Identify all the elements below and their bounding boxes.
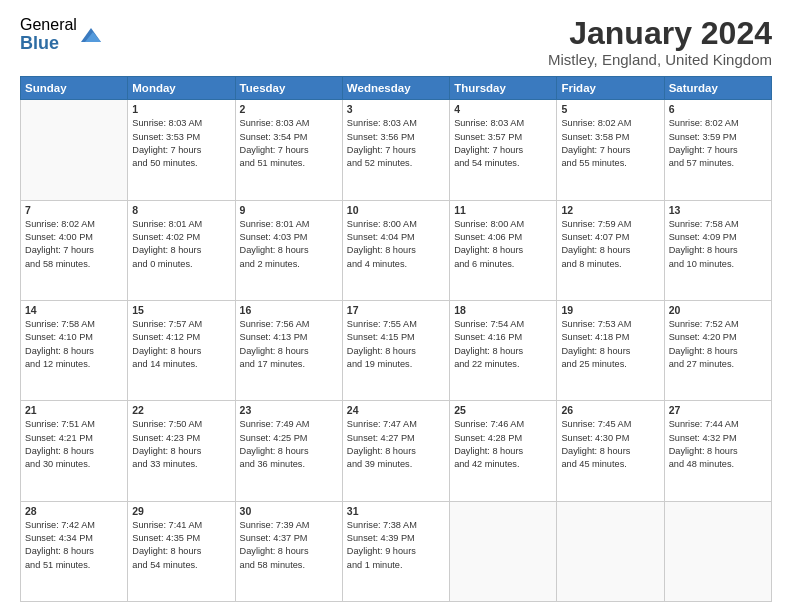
- day-info: Sunrise: 7:51 AMSunset: 4:21 PMDaylight:…: [25, 418, 123, 471]
- day-info: Sunrise: 7:49 AMSunset: 4:25 PMDaylight:…: [240, 418, 338, 471]
- day-info: Sunrise: 8:02 AMSunset: 3:59 PMDaylight:…: [669, 117, 767, 170]
- day-info: Sunrise: 7:41 AMSunset: 4:35 PMDaylight:…: [132, 519, 230, 572]
- day-number: 20: [669, 304, 767, 316]
- calendar-week-row: 14Sunrise: 7:58 AMSunset: 4:10 PMDayligh…: [21, 300, 772, 400]
- day-number: 24: [347, 404, 445, 416]
- day-number: 12: [561, 204, 659, 216]
- table-row: 8Sunrise: 8:01 AMSunset: 4:02 PMDaylight…: [128, 200, 235, 300]
- header-friday: Friday: [557, 77, 664, 100]
- day-number: 15: [132, 304, 230, 316]
- table-row: 13Sunrise: 7:58 AMSunset: 4:09 PMDayligh…: [664, 200, 771, 300]
- day-info: Sunrise: 7:52 AMSunset: 4:20 PMDaylight:…: [669, 318, 767, 371]
- day-number: 10: [347, 204, 445, 216]
- table-row: 5Sunrise: 8:02 AMSunset: 3:58 PMDaylight…: [557, 100, 664, 200]
- table-row: 15Sunrise: 7:57 AMSunset: 4:12 PMDayligh…: [128, 300, 235, 400]
- day-number: 17: [347, 304, 445, 316]
- table-row: 12Sunrise: 7:59 AMSunset: 4:07 PMDayligh…: [557, 200, 664, 300]
- logo-icon: [79, 24, 103, 48]
- day-number: 11: [454, 204, 552, 216]
- day-info: Sunrise: 8:02 AMSunset: 3:58 PMDaylight:…: [561, 117, 659, 170]
- table-row: [557, 501, 664, 601]
- day-info: Sunrise: 8:01 AMSunset: 4:02 PMDaylight:…: [132, 218, 230, 271]
- table-row: [21, 100, 128, 200]
- day-info: Sunrise: 7:42 AMSunset: 4:34 PMDaylight:…: [25, 519, 123, 572]
- table-row: [450, 501, 557, 601]
- location-title: Mistley, England, United Kingdom: [548, 51, 772, 68]
- table-row: [664, 501, 771, 601]
- title-block: January 2024 Mistley, England, United Ki…: [548, 16, 772, 68]
- day-number: 5: [561, 103, 659, 115]
- day-info: Sunrise: 7:39 AMSunset: 4:37 PMDaylight:…: [240, 519, 338, 572]
- day-info: Sunrise: 7:46 AMSunset: 4:28 PMDaylight:…: [454, 418, 552, 471]
- table-row: 22Sunrise: 7:50 AMSunset: 4:23 PMDayligh…: [128, 401, 235, 501]
- table-row: 3Sunrise: 8:03 AMSunset: 3:56 PMDaylight…: [342, 100, 449, 200]
- table-row: 26Sunrise: 7:45 AMSunset: 4:30 PMDayligh…: [557, 401, 664, 501]
- header-sunday: Sunday: [21, 77, 128, 100]
- header-saturday: Saturday: [664, 77, 771, 100]
- day-info: Sunrise: 7:54 AMSunset: 4:16 PMDaylight:…: [454, 318, 552, 371]
- day-number: 7: [25, 204, 123, 216]
- table-row: 24Sunrise: 7:47 AMSunset: 4:27 PMDayligh…: [342, 401, 449, 501]
- day-info: Sunrise: 7:47 AMSunset: 4:27 PMDaylight:…: [347, 418, 445, 471]
- day-number: 21: [25, 404, 123, 416]
- header-wednesday: Wednesday: [342, 77, 449, 100]
- day-info: Sunrise: 8:03 AMSunset: 3:54 PMDaylight:…: [240, 117, 338, 170]
- day-info: Sunrise: 7:57 AMSunset: 4:12 PMDaylight:…: [132, 318, 230, 371]
- day-number: 6: [669, 103, 767, 115]
- calendar-week-row: 21Sunrise: 7:51 AMSunset: 4:21 PMDayligh…: [21, 401, 772, 501]
- table-row: 18Sunrise: 7:54 AMSunset: 4:16 PMDayligh…: [450, 300, 557, 400]
- table-row: 6Sunrise: 8:02 AMSunset: 3:59 PMDaylight…: [664, 100, 771, 200]
- day-info: Sunrise: 7:45 AMSunset: 4:30 PMDaylight:…: [561, 418, 659, 471]
- calendar-table: Sunday Monday Tuesday Wednesday Thursday…: [20, 76, 772, 602]
- calendar-week-row: 28Sunrise: 7:42 AMSunset: 4:34 PMDayligh…: [21, 501, 772, 601]
- day-info: Sunrise: 7:56 AMSunset: 4:13 PMDaylight:…: [240, 318, 338, 371]
- table-row: 19Sunrise: 7:53 AMSunset: 4:18 PMDayligh…: [557, 300, 664, 400]
- day-number: 27: [669, 404, 767, 416]
- month-title: January 2024: [548, 16, 772, 51]
- table-row: 9Sunrise: 8:01 AMSunset: 4:03 PMDaylight…: [235, 200, 342, 300]
- day-number: 23: [240, 404, 338, 416]
- table-row: 21Sunrise: 7:51 AMSunset: 4:21 PMDayligh…: [21, 401, 128, 501]
- day-number: 31: [347, 505, 445, 517]
- day-number: 14: [25, 304, 123, 316]
- day-number: 28: [25, 505, 123, 517]
- table-row: 25Sunrise: 7:46 AMSunset: 4:28 PMDayligh…: [450, 401, 557, 501]
- day-number: 29: [132, 505, 230, 517]
- table-row: 27Sunrise: 7:44 AMSunset: 4:32 PMDayligh…: [664, 401, 771, 501]
- calendar-header-row: Sunday Monday Tuesday Wednesday Thursday…: [21, 77, 772, 100]
- day-number: 18: [454, 304, 552, 316]
- day-number: 3: [347, 103, 445, 115]
- day-info: Sunrise: 8:01 AMSunset: 4:03 PMDaylight:…: [240, 218, 338, 271]
- day-info: Sunrise: 7:50 AMSunset: 4:23 PMDaylight:…: [132, 418, 230, 471]
- table-row: 2Sunrise: 8:03 AMSunset: 3:54 PMDaylight…: [235, 100, 342, 200]
- day-number: 9: [240, 204, 338, 216]
- day-number: 8: [132, 204, 230, 216]
- table-row: 31Sunrise: 7:38 AMSunset: 4:39 PMDayligh…: [342, 501, 449, 601]
- day-number: 30: [240, 505, 338, 517]
- table-row: 17Sunrise: 7:55 AMSunset: 4:15 PMDayligh…: [342, 300, 449, 400]
- logo-general: General: [20, 16, 77, 34]
- table-row: 20Sunrise: 7:52 AMSunset: 4:20 PMDayligh…: [664, 300, 771, 400]
- table-row: 28Sunrise: 7:42 AMSunset: 4:34 PMDayligh…: [21, 501, 128, 601]
- table-row: 30Sunrise: 7:39 AMSunset: 4:37 PMDayligh…: [235, 501, 342, 601]
- day-info: Sunrise: 7:58 AMSunset: 4:09 PMDaylight:…: [669, 218, 767, 271]
- day-info: Sunrise: 7:55 AMSunset: 4:15 PMDaylight:…: [347, 318, 445, 371]
- day-info: Sunrise: 7:53 AMSunset: 4:18 PMDaylight:…: [561, 318, 659, 371]
- logo-text: General Blue: [20, 16, 77, 53]
- day-info: Sunrise: 8:00 AMSunset: 4:06 PMDaylight:…: [454, 218, 552, 271]
- day-number: 26: [561, 404, 659, 416]
- calendar-week-row: 7Sunrise: 8:02 AMSunset: 4:00 PMDaylight…: [21, 200, 772, 300]
- day-info: Sunrise: 7:44 AMSunset: 4:32 PMDaylight:…: [669, 418, 767, 471]
- day-number: 13: [669, 204, 767, 216]
- header: General Blue January 2024 Mistley, Engla…: [20, 16, 772, 68]
- header-tuesday: Tuesday: [235, 77, 342, 100]
- day-number: 1: [132, 103, 230, 115]
- page: General Blue January 2024 Mistley, Engla…: [0, 0, 792, 612]
- table-row: 23Sunrise: 7:49 AMSunset: 4:25 PMDayligh…: [235, 401, 342, 501]
- logo: General Blue: [20, 16, 103, 53]
- day-number: 22: [132, 404, 230, 416]
- day-info: Sunrise: 8:03 AMSunset: 3:57 PMDaylight:…: [454, 117, 552, 170]
- day-info: Sunrise: 8:00 AMSunset: 4:04 PMDaylight:…: [347, 218, 445, 271]
- header-monday: Monday: [128, 77, 235, 100]
- table-row: 4Sunrise: 8:03 AMSunset: 3:57 PMDaylight…: [450, 100, 557, 200]
